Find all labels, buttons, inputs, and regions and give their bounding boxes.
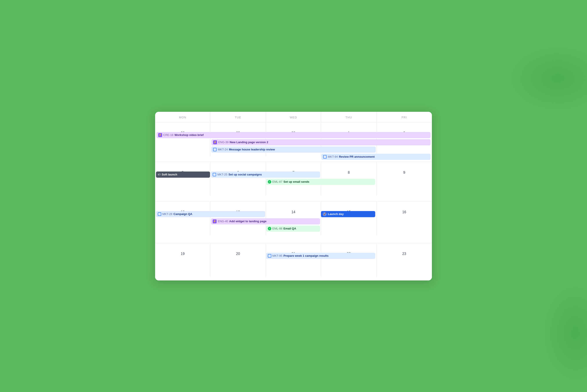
header-thu: THU (321, 112, 377, 122)
event-id: MKT-24 (218, 148, 228, 151)
event-title: Set up social campaigns (229, 173, 262, 176)
event-id: ENG-39 (218, 140, 229, 144)
event-id: MKT-28 (162, 212, 173, 216)
bolt-icon: ⚡ (158, 133, 162, 137)
header-wed: WED (266, 112, 321, 122)
event-eml87-email[interactable]: ✓ EML-87 Set up email sends (266, 179, 375, 185)
header-fri: FRI (377, 112, 432, 122)
cell-w4-wed: 21 (266, 243, 321, 277)
week-row-4: 19 20 21 22 23 MKT-95 Prepare we (155, 243, 432, 280)
calendar-container: MON TUE WED THU FRI 28 29 30 1 2 (155, 112, 432, 280)
square-icon-2 (323, 155, 327, 158)
event-title: Message house leadership review (229, 148, 275, 151)
header-mon: MON (155, 112, 210, 122)
week-row-3: 12 13 14 15 16 MKT-28 Campaign QA (155, 202, 432, 243)
week-row-1: 28 29 30 1 2 ⚡ CRE-18 Workshop video bri… (155, 122, 432, 162)
square-icon-3 (213, 173, 216, 176)
event-title: Campaign QA (174, 212, 192, 216)
bolt-icon-3: ⚡ (213, 220, 217, 223)
cell-w4-thu: 22 (321, 243, 377, 277)
event-title: Add widget to landing page (229, 220, 266, 223)
cell-w4-mon: 19 (155, 243, 210, 277)
shield-icon-2: ✓ (268, 227, 271, 230)
event-mkt24-message[interactable]: MKT-24 Message house leadership review (211, 146, 375, 153)
event-id: CRE-18 (163, 133, 173, 136)
event-eml88-qa[interactable]: ✓ EML-88 Email QA (266, 226, 320, 232)
square-icon-4 (158, 212, 161, 216)
square-icon (213, 148, 217, 151)
event-title: Review PR announcement (339, 155, 375, 158)
rocket-icon: 🚀 (323, 212, 327, 216)
header-tue: TUE (210, 112, 266, 122)
event-id: MKT-25 (217, 173, 227, 176)
event-eng40-widget[interactable]: ⚡ ENG-40 Add widget to landing page (211, 218, 320, 224)
event-eng39-landing[interactable]: ⚡ ENG-39 New Landing page version 2 (211, 139, 431, 146)
event-title: Set up email sends (283, 180, 309, 183)
event-title: Email QA (283, 227, 296, 230)
event-id: MKT-94 (328, 155, 338, 158)
square-icon-5 (268, 254, 271, 258)
event-title: Workshop video brief (174, 133, 204, 136)
event-mkt25-social[interactable]: MKT-25 Set up social campaigns (211, 172, 320, 178)
week-row-2: 5 6 7 8 9 🏷 Soft launch (155, 162, 432, 202)
calendar-header: MON TUE WED THU FRI (155, 112, 432, 122)
event-mkt28-qa[interactable]: MKT-28 Campaign QA (156, 211, 265, 217)
event-title: Launch day (328, 212, 344, 216)
shield-icon: ✓ (268, 180, 271, 184)
event-id: EML-88 (272, 227, 283, 230)
event-soft-launch[interactable]: 🏷 Soft launch (156, 172, 210, 178)
event-title: New Landing page version 2 (230, 140, 268, 144)
event-launch-day[interactable]: 🚀 Launch day (321, 211, 375, 217)
event-mkt95-results[interactable]: MKT-95 Prepare week 1 campaign results (266, 253, 375, 259)
event-mkt94-review[interactable]: MKT-94 Review PR announcement (321, 154, 431, 160)
event-title: Soft launch (162, 173, 177, 176)
cell-w4-tue: 20 (210, 243, 266, 277)
event-cre18-workshop[interactable]: ⚡ CRE-18 Workshop video brief (156, 132, 431, 138)
event-title: Prepare week 1 campaign results (283, 254, 328, 258)
event-id: ENG-40 (218, 220, 228, 223)
event-id: EML-87 (272, 180, 283, 183)
launch-icon: 🏷 (158, 173, 161, 176)
event-id: MKT-95 (272, 254, 283, 258)
bolt-icon-2: ⚡ (213, 140, 217, 144)
cell-w4-fri: 23 (377, 243, 432, 277)
